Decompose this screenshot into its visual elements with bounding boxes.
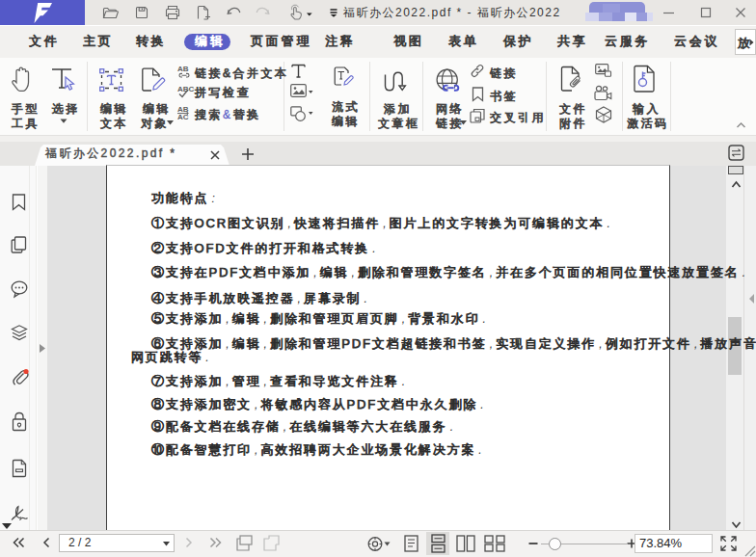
svg-text:AB: AB xyxy=(177,65,189,73)
